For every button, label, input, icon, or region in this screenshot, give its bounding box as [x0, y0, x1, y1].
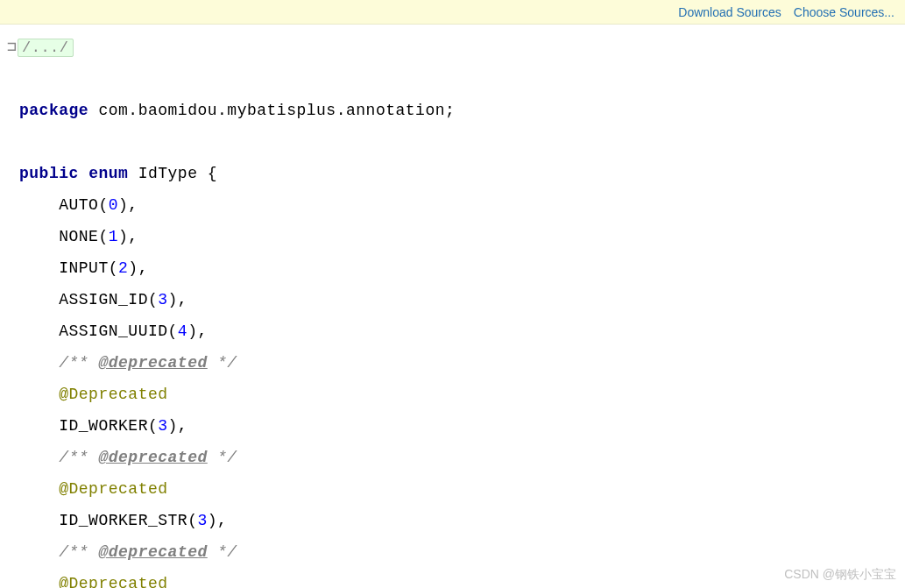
code-line: NONE(1), [4, 221, 905, 252]
code-editor[interactable]: ⊐/.../ package com.baomidou.mybatisplus.… [0, 25, 905, 588]
keyword-enum: enum [88, 165, 128, 182]
code-line: INPUT(2), [4, 252, 905, 284]
enum-number: 4 [178, 322, 187, 340]
enum-value: ID_WORKER [59, 417, 148, 435]
package-name: com.baomidou.mybatisplus.annotation; [88, 102, 455, 119]
code-line: @Deprecated [4, 379, 905, 410]
enum-number: 2 [118, 259, 128, 277]
code-line: public enum IdType { [4, 158, 905, 189]
code-line: @Deprecated [4, 568, 905, 588]
deprecated-tag: @deprecated [98, 354, 207, 372]
deprecated-tag: @deprecated [98, 449, 207, 466]
code-line [4, 126, 905, 158]
code-line: ⊐/.../ [4, 32, 905, 63]
enum-value: NONE [59, 228, 98, 245]
code-line: ASSIGN_ID(3), [4, 284, 905, 315]
comment: /** [59, 449, 98, 466]
enum-number: 3 [197, 512, 207, 529]
watermark: CSDN @钢铁小宝宝 [784, 567, 896, 583]
keyword-package: package [19, 102, 88, 119]
code-line: package com.baomidou.mybatisplus.annotat… [4, 95, 905, 126]
enum-number: 1 [109, 228, 118, 245]
enum-value: AUTO [59, 196, 98, 214]
deprecated-annotation: @Deprecated [59, 575, 167, 588]
comment: /** [59, 354, 98, 372]
enum-value: ASSIGN_UUID [59, 322, 167, 340]
enum-value: INPUT [59, 259, 109, 277]
choose-sources-link[interactable]: Choose Sources... [794, 5, 894, 19]
notification-bar: Download Sources Choose Sources... [0, 0, 905, 25]
comment: /** [59, 543, 98, 561]
code-line: ID_WORKER_STR(3), [4, 505, 905, 536]
enum-value: ID_WORKER_STR [59, 512, 187, 529]
enum-value: ASSIGN_ID [59, 291, 148, 308]
code-line: /** @deprecated */ [4, 347, 905, 379]
enum-number: 3 [158, 291, 167, 308]
download-sources-link[interactable]: Download Sources [678, 5, 781, 19]
code-line: @Deprecated [4, 473, 905, 505]
enum-number: 0 [109, 196, 118, 214]
keyword-public: public [19, 165, 79, 182]
comment: */ [208, 354, 237, 372]
code-line: AUTO(0), [4, 189, 905, 221]
code-line [4, 63, 905, 95]
code-line: ID_WORKER(3), [4, 410, 905, 442]
deprecated-tag: @deprecated [98, 543, 207, 561]
comment: */ [208, 543, 237, 561]
enum-number: 3 [158, 417, 167, 435]
class-name: IdType { [128, 165, 217, 182]
gutter-icon: ⊐ [7, 32, 18, 63]
deprecated-annotation: @Deprecated [59, 480, 167, 498]
code-line: /** @deprecated */ [4, 536, 905, 568]
comment: */ [208, 449, 237, 466]
fold-marker[interactable]: /.../ [18, 39, 74, 57]
code-line: ASSIGN_UUID(4), [4, 315, 905, 347]
deprecated-annotation: @Deprecated [59, 386, 167, 403]
code-line: /** @deprecated */ [4, 442, 905, 473]
